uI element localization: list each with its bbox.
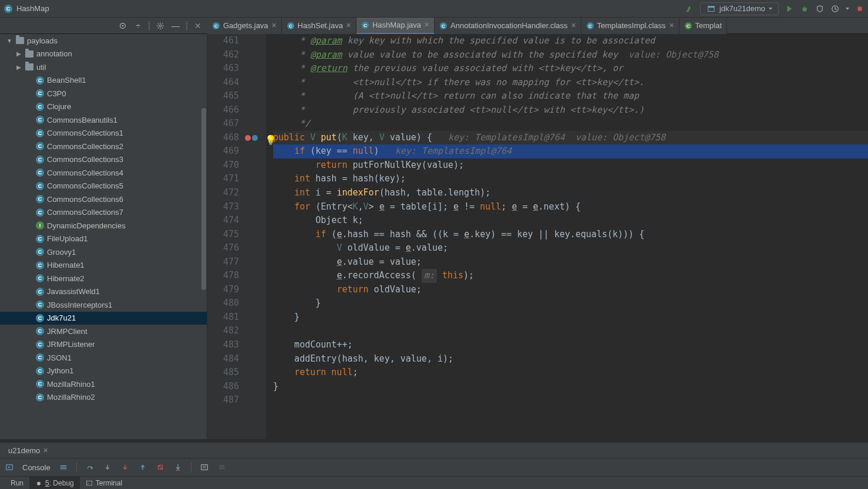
sidebar-class[interactable]: CJBossInterceptors1 <box>0 298 207 312</box>
sidebar-class[interactable]: CCommonsCollections7 <box>0 206 207 220</box>
gutter-line[interactable]: 462 <box>207 48 263 62</box>
settings-icon[interactable] <box>156 21 165 31</box>
gutter-line[interactable]: 474 <box>207 214 263 228</box>
run-to-cursor-icon[interactable] <box>173 463 183 472</box>
code-line[interactable]: } <box>273 380 868 394</box>
gutter-line[interactable]: 463 <box>207 62 263 76</box>
expand-icon[interactable]: ▼ <box>6 38 13 44</box>
code-line[interactable]: * @param key key with which the specifie… <box>273 34 868 48</box>
code-line[interactable]: } <box>273 311 868 325</box>
status-debug-button[interactable]: 5: Debug <box>29 477 80 489</box>
minimize-icon[interactable]: — <box>171 21 180 31</box>
sidebar-folder[interactable]: ▶util <box>0 60 207 74</box>
editor-tab[interactable]: CHashMap.java✕ <box>356 18 435 34</box>
gutter-line[interactable]: 468 <box>207 131 263 145</box>
code-line[interactable]: * @return the previous value associated … <box>273 62 868 76</box>
code-line[interactable]: modCount++; <box>273 338 868 352</box>
gutter-line[interactable]: 477 <box>207 255 263 269</box>
debug-session-tab[interactable]: u21demo ✕ <box>4 443 53 458</box>
trace-icon[interactable] <box>217 463 227 472</box>
code-line[interactable]: if (e.hash == hash && ((k = e.key) == ke… <box>273 228 868 242</box>
sidebar-class[interactable]: CCommonsBeanutils1 <box>0 113 207 127</box>
gutter-line[interactable]: 472 <box>207 186 263 200</box>
sidebar-class[interactable]: CCommonsCollections2 <box>0 140 207 153</box>
sidebar-class[interactable]: CCommonsCollections1 <box>0 127 207 140</box>
scrollbar-thumb[interactable] <box>201 108 206 290</box>
sidebar-class[interactable]: CJSON1 <box>0 351 207 365</box>
sidebar-class[interactable]: CClojure <box>0 100 207 114</box>
code-line[interactable]: addEntry(hash, key, value, i); <box>273 352 868 366</box>
code-line[interactable]: V oldValue = e.value; <box>273 241 868 255</box>
gutter-line[interactable]: 473 <box>207 200 263 214</box>
sidebar-class[interactable]: CJRMPClient <box>0 325 207 338</box>
step-out-icon[interactable] <box>138 463 147 472</box>
expand-icon[interactable]: ▶ <box>15 64 22 70</box>
gutter-line[interactable]: 484 <box>207 352 263 366</box>
editor-tab[interactable]: CTemplatesImpl.class✕ <box>581 18 679 34</box>
project-sidebar[interactable]: ▼payloads▶annotation▶utilCBeanShell1CC3P… <box>0 34 207 439</box>
code-area[interactable]: 💡 * @param key key with which the specif… <box>266 34 868 439</box>
coverage-icon[interactable] <box>815 4 825 14</box>
stop-icon[interactable] <box>855 4 864 14</box>
editor-tab[interactable]: CHashSet.java✕ <box>282 18 356 34</box>
gutter-line[interactable]: 470 <box>207 158 263 173</box>
profile-icon[interactable] <box>830 4 840 14</box>
editor-tab[interactable]: CGadgets.java✕ <box>207 18 282 34</box>
sidebar-class[interactable]: CBeanShell1 <box>0 74 207 87</box>
sidebar-class[interactable]: CC3P0 <box>0 87 207 100</box>
code-line[interactable]: Object k; <box>273 214 868 228</box>
debug-icon[interactable] <box>800 4 809 14</box>
evaluate-icon[interactable] <box>200 463 209 472</box>
editor-tab[interactable]: CAnnotationInvocationHandler.class✕ <box>435 18 581 34</box>
gutter-line[interactable]: 475 <box>207 228 263 242</box>
code-line[interactable]: return putForNullKey(value); <box>273 158 868 173</box>
build-icon[interactable] <box>685 4 694 14</box>
intention-bulb-icon[interactable]: 💡 <box>265 133 277 147</box>
code-line[interactable]: for (Entry<K,V> e = table[i]; e != null;… <box>273 200 868 214</box>
code-line[interactable]: return null; <box>273 366 868 380</box>
close-icon[interactable]: ✕ <box>571 22 576 29</box>
sidebar-class[interactable]: CCommonsCollections6 <box>0 193 207 206</box>
close-icon[interactable]: ✕ <box>193 21 203 31</box>
code-line[interactable]: e.recordAccess( m: this); <box>273 269 868 283</box>
editor-tab[interactable]: CTemplat <box>679 18 728 34</box>
code-line[interactable]: if (key == null) key: TemplatesImpl@764 <box>273 144 868 158</box>
code-line[interactable]: } <box>273 296 868 311</box>
drop-frame-icon[interactable] <box>156 463 165 472</box>
gutter-line[interactable]: 483 <box>207 338 263 352</box>
gutter-line[interactable]: 478 <box>207 269 263 283</box>
code-editor[interactable]: 4614624634644654664674684694704714724734… <box>207 34 868 439</box>
sidebar-class[interactable]: CMozillaRhino2 <box>0 391 207 404</box>
chevron-down-icon[interactable] <box>846 8 849 10</box>
sidebar-class[interactable]: CCommonsCollections5 <box>0 180 207 193</box>
gutter-line[interactable]: 467 <box>207 117 263 131</box>
sidebar-class[interactable]: CJavassistWeld1 <box>0 285 207 299</box>
code-line[interactable] <box>273 393 868 407</box>
code-line[interactable]: * @param value value to be associated wi… <box>273 48 868 62</box>
gutter-line[interactable]: 482 <box>207 324 263 338</box>
expand-icon[interactable]: ▶ <box>15 50 22 57</box>
sidebar-class[interactable]: CHibernate1 <box>0 259 207 272</box>
close-icon[interactable]: ✕ <box>43 447 48 454</box>
close-icon[interactable]: ✕ <box>271 22 277 29</box>
gutter-line[interactable]: 461 <box>207 34 263 48</box>
step-over-icon[interactable] <box>85 463 95 472</box>
code-line[interactable]: return oldValue; <box>273 283 868 297</box>
code-line[interactable]: int i = indexFor(hash, table.length); <box>273 186 868 200</box>
gutter-line[interactable]: 469 <box>207 144 263 158</box>
force-step-into-icon[interactable] <box>120 463 130 472</box>
gutter-line[interactable]: 466 <box>207 103 263 117</box>
sidebar-folder[interactable]: ▶annotation <box>0 48 207 61</box>
sidebar-class[interactable]: CHibernate2 <box>0 272 207 285</box>
sidebar-class[interactable]: CGroovy1 <box>0 245 207 259</box>
sidebar-class[interactable]: IDynamicDependencies <box>0 219 207 232</box>
gutter-line[interactable]: 479 <box>207 283 263 297</box>
code-line[interactable]: int hash = hash(key); <box>273 172 868 186</box>
sidebar-class[interactable]: CJRMPListener <box>0 338 207 352</box>
gutter-line[interactable]: 464 <box>207 76 263 90</box>
gutter[interactable]: 4614624634644654664674684694704714724734… <box>207 34 266 439</box>
console-tab-label[interactable]: Console <box>22 463 51 472</box>
code-line[interactable]: e.value = value; <box>273 255 868 269</box>
divide-icon[interactable]: ÷ <box>133 21 143 31</box>
run-configuration-dropdown[interactable]: jdk7u21demo <box>700 2 779 15</box>
